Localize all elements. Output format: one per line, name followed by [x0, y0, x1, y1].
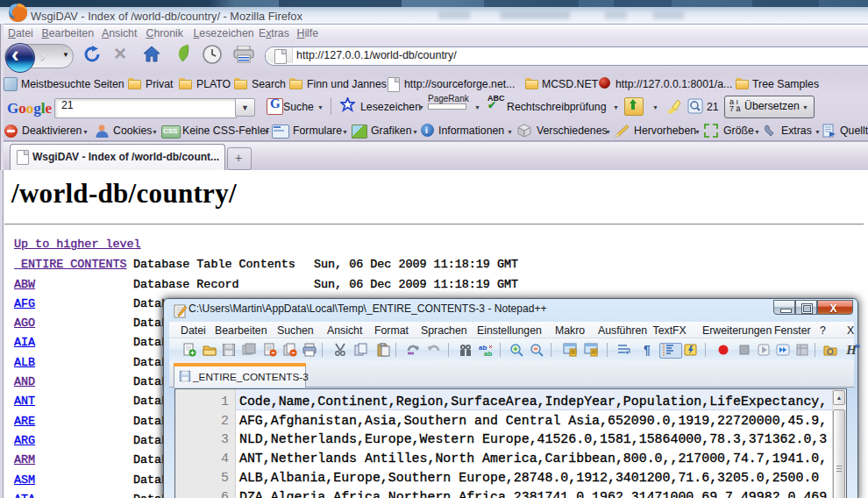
- svg-text:¶: ¶: [644, 343, 651, 357]
- svg-text:ab: ab: [484, 350, 492, 357]
